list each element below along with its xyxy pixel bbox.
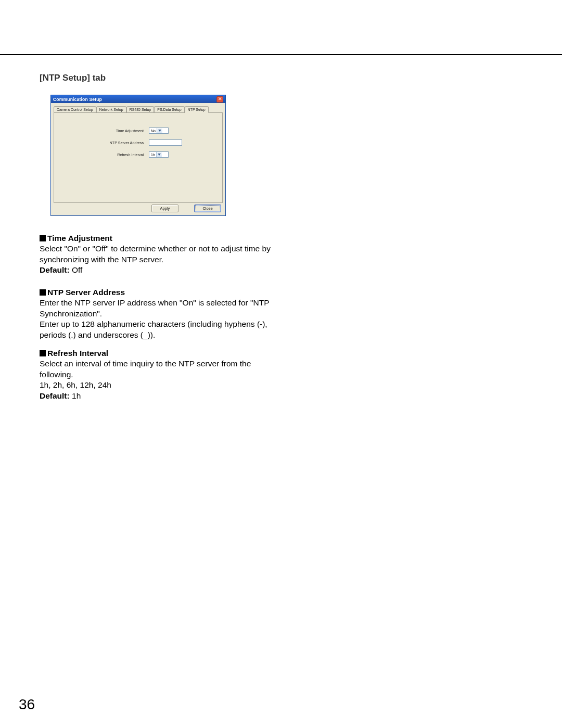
- row-time-adjustment: Time Adjustment No: [60, 127, 216, 134]
- default-label: Default:: [40, 391, 70, 400]
- refresh-interval-value: 1h: [151, 153, 155, 157]
- heading-ntp-server-address: NTP Server Address: [47, 288, 125, 297]
- body-ntp-server-address-1: Enter the NTP server IP address when "On…: [40, 298, 269, 317]
- dialog-titlebar: Communication Setup ✕: [51, 95, 225, 103]
- close-icon[interactable]: ✕: [216, 96, 223, 103]
- label-ntp-server-address: NTP Server Address: [60, 141, 149, 145]
- dialog-body: Camera Control Setup Network Setup RS485…: [51, 103, 225, 206]
- label-time-adjustment: Time Adjustment: [60, 129, 149, 133]
- tab-strip: Camera Control Setup Network Setup RS485…: [54, 106, 223, 112]
- paragraph-time-adjustment: Time Adjustment Select "On" or "Off" to …: [40, 233, 271, 276]
- apply-button[interactable]: Apply: [151, 205, 178, 212]
- paragraph-refresh-interval: Refresh Interval Select an interval of t…: [40, 348, 271, 401]
- body-refresh-interval: Select an interval of time inquiry to th…: [40, 359, 251, 378]
- refresh-interval-select[interactable]: 1h: [149, 151, 169, 158]
- label-refresh-interval: Refresh Interval: [60, 152, 149, 157]
- close-button[interactable]: Close: [194, 205, 221, 212]
- header-rule: [0, 54, 562, 55]
- default-label: Default:: [40, 265, 70, 274]
- default-value: 1h: [70, 391, 81, 400]
- default-value: Off: [70, 265, 83, 274]
- document-page: [NTP Setup] tab Communication Setup ✕ Ca…: [0, 0, 562, 728]
- options-refresh-interval: 1h, 2h, 6h, 12h, 24h: [40, 380, 111, 389]
- body-ntp-server-address-2: Enter up to 128 alphanumeric characters …: [40, 320, 267, 339]
- square-bullet-icon: [40, 289, 46, 296]
- tab-panel-ntp: Time Adjustment No NTP Server Address Re…: [54, 112, 223, 203]
- chevron-down-icon: [156, 152, 162, 157]
- dialog-button-row: Apply Close: [151, 205, 221, 212]
- time-adjustment-select[interactable]: No: [149, 127, 169, 134]
- dialog-title: Communication Setup: [53, 97, 102, 102]
- chevron-down-icon: [157, 128, 162, 133]
- page-number: 36: [19, 696, 35, 713]
- row-ntp-server-address: NTP Server Address: [60, 139, 216, 146]
- paragraph-ntp-server-address: NTP Server Address Enter the NTP server …: [40, 287, 271, 340]
- time-adjustment-value: No: [151, 129, 156, 133]
- square-bullet-icon: [40, 235, 46, 241]
- ntp-server-address-input[interactable]: [149, 139, 182, 146]
- row-refresh-interval: Refresh Interval 1h: [60, 151, 216, 158]
- section-title: [NTP Setup] tab: [40, 73, 106, 83]
- heading-refresh-interval: Refresh Interval: [47, 349, 108, 357]
- tab-ntp-setup[interactable]: NTP Setup: [185, 106, 209, 113]
- communication-setup-dialog: Communication Setup ✕ Camera Control Set…: [50, 95, 226, 216]
- square-bullet-icon: [40, 350, 46, 356]
- body-time-adjustment: Select "On" or "Off" to determine whethe…: [40, 244, 271, 263]
- heading-time-adjustment: Time Adjustment: [47, 234, 112, 242]
